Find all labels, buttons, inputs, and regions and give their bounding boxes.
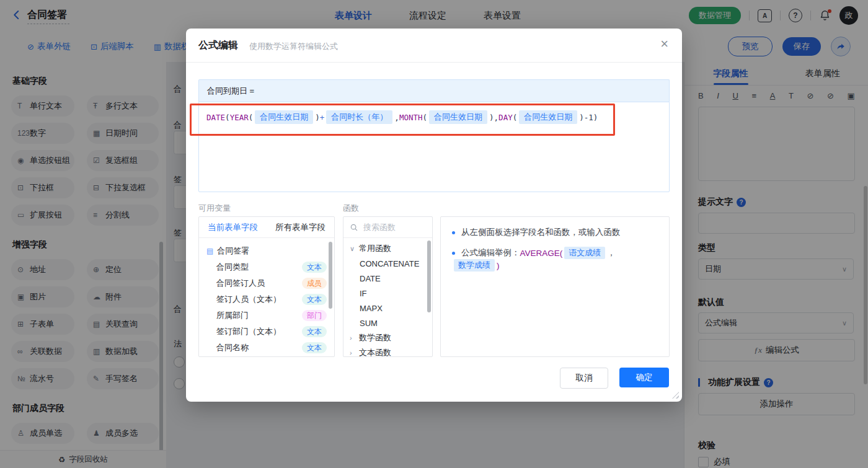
variable-type-badge: 成员 — [302, 278, 327, 289]
function-group-label: 常用函数 — [359, 243, 391, 254]
function-name: DAY — [498, 113, 513, 122]
function-name: YEAR — [230, 113, 249, 122]
field-chip[interactable]: 语文成绩 — [564, 247, 605, 259]
dialog-header: 公式编辑 使用数学运算符编辑公式 × — [186, 29, 682, 63]
dialog-title: 公式编辑 — [198, 39, 238, 52]
field-chip[interactable]: 合同生效日期 — [255, 110, 313, 124]
variable-row[interactable]: 文本 — [199, 356, 334, 357]
variable-row[interactable]: 合同名称文本 — [199, 340, 334, 356]
chevron-down-icon: ∨ — [350, 245, 359, 253]
chevron-right-icon: › — [350, 349, 359, 356]
formula-input-area[interactable]: DATE(YEAR(合同生效日期)+合同时长（年） ,MONTH(合同生效日期)… — [198, 102, 670, 192]
variable-row[interactable]: 签订部门（文本）文本 — [199, 324, 334, 340]
function-group-文本函数[interactable]: ›文本函数 — [343, 345, 432, 357]
variable-name: 合同类型 — [216, 262, 249, 273]
form-doc-icon: ▤ — [206, 247, 213, 255]
variable-name: 合同签订人员 — [216, 278, 265, 289]
function-item-DATE[interactable]: DATE — [343, 271, 432, 286]
variable-row[interactable]: 合同签订人员成员 — [199, 275, 334, 291]
formula-text: )-1) — [579, 113, 598, 122]
formula-text: ( — [423, 113, 428, 122]
field-chip[interactable]: 数学成绩 — [454, 259, 495, 272]
field-chip[interactable]: 合同时长（年） — [326, 110, 392, 124]
variable-row[interactable]: 签订人员（文本）文本 — [199, 291, 334, 307]
chevron-right-icon: › — [350, 334, 359, 342]
formula-text: ， — [607, 247, 616, 258]
field-chip[interactable]: 合同生效日期 — [519, 110, 577, 124]
formula-text: 公式编辑举例： — [461, 247, 520, 258]
resize-handle-icon[interactable] — [672, 392, 679, 399]
function-group-数学函数[interactable]: ›数学函数 — [343, 330, 432, 345]
app-window: 合同签署 表单设计流程设定表单设置 数据管理 A ? 政 ⊘表单外链⊡后端脚本▥… — [0, 0, 868, 468]
formula-target-field: 合同到期日 = — [198, 79, 670, 102]
field-chip[interactable]: 合同生效日期 — [429, 110, 487, 124]
formula-text: ), — [489, 113, 498, 122]
formula-text: ( — [225, 113, 230, 122]
variable-type-badge: 文本 — [302, 342, 327, 353]
variable-type-badge: 文本 — [302, 294, 327, 305]
search-icon — [350, 223, 358, 232]
functions-label: 函数 — [343, 203, 359, 214]
formula-text: , — [394, 113, 399, 122]
form-node[interactable]: ▤合同签署 — [199, 243, 334, 259]
formula-text: ( — [513, 113, 518, 122]
confirm-button[interactable]: 确定 — [619, 368, 669, 387]
bullet-icon — [452, 231, 455, 234]
variables-label: 可用变量 — [198, 203, 231, 214]
function-item-CONCATENATE[interactable]: CONCATENATE — [343, 256, 432, 271]
function-search — [343, 217, 432, 238]
close-icon[interactable]: × — [660, 37, 668, 51]
function-name: ) — [497, 261, 500, 270]
variable-type-badge: 文本 — [302, 326, 327, 337]
functions-panel: ∨常用函数CONCATENATEDATEIFMAPXSUM›数学函数›文本函数 — [343, 216, 433, 357]
variable-name: 签订人员（文本） — [216, 294, 281, 305]
help-line-1: 从左侧面板选择字段名和函数，或输入函数 — [452, 227, 658, 238]
bullet-icon — [452, 252, 455, 255]
variables-tab-当前表单字段[interactable]: 当前表单字段 — [208, 222, 258, 233]
formula-editor-dialog: 公式编辑 使用数学运算符编辑公式 × 合同到期日 = DATE(YEAR(合同生… — [186, 29, 682, 402]
formula-text: + — [320, 113, 325, 122]
functions-scrollbar[interactable] — [427, 241, 431, 312]
variables-panel: 当前表单字段所有表单字段 ▤合同签署合同类型文本合同签订人员成员签订人员（文本）… — [198, 216, 335, 357]
function-group-label: 数学函数 — [359, 332, 391, 343]
function-name: MONTH — [399, 113, 423, 122]
function-item-SUM[interactable]: SUM — [343, 316, 432, 330]
variable-type-badge: 文本 — [302, 262, 327, 273]
cancel-button[interactable]: 取消 — [560, 368, 608, 389]
variables-tab-所有表单字段[interactable]: 所有表单字段 — [275, 222, 326, 233]
function-name: DATE — [206, 113, 225, 122]
function-search-input[interactable] — [362, 222, 423, 232]
help-line-2: 公式编辑举例：AVERAGE(语文成绩，数学成绩) — [452, 247, 658, 272]
variable-name: 合同名称 — [216, 342, 249, 353]
function-group-label: 文本函数 — [359, 347, 391, 357]
function-item-MAPX[interactable]: MAPX — [343, 301, 432, 316]
formula-expression: DATE(YEAR(合同生效日期)+合同时长（年） ,MONTH(合同生效日期)… — [206, 110, 662, 124]
function-group-常用函数[interactable]: ∨常用函数 — [343, 241, 432, 256]
variable-name: 所属部门 — [216, 310, 249, 321]
dialog-subtitle: 使用数学运算符编辑公式 — [249, 41, 338, 52]
variable-row[interactable]: 合同类型文本 — [199, 259, 334, 275]
variable-name: 签订部门（文本） — [216, 326, 281, 337]
function-name: AVERAGE( — [520, 249, 563, 258]
variables-scrollbar[interactable] — [329, 242, 332, 309]
formula-help-panel: 从左侧面板选择字段名和函数，或输入函数 公式编辑举例：AVERAGE(语文成绩，… — [440, 216, 670, 357]
variable-type-badge: 部门 — [302, 310, 327, 321]
variables-tabs: 当前表单字段所有表单字段 — [199, 217, 334, 238]
formula-text: ( — [249, 113, 254, 122]
function-item-IF[interactable]: IF — [343, 286, 432, 301]
variable-row[interactable]: 所属部门部门 — [199, 307, 334, 324]
formula-text: ) — [315, 113, 320, 122]
form-node-label: 合同签署 — [217, 245, 249, 257]
